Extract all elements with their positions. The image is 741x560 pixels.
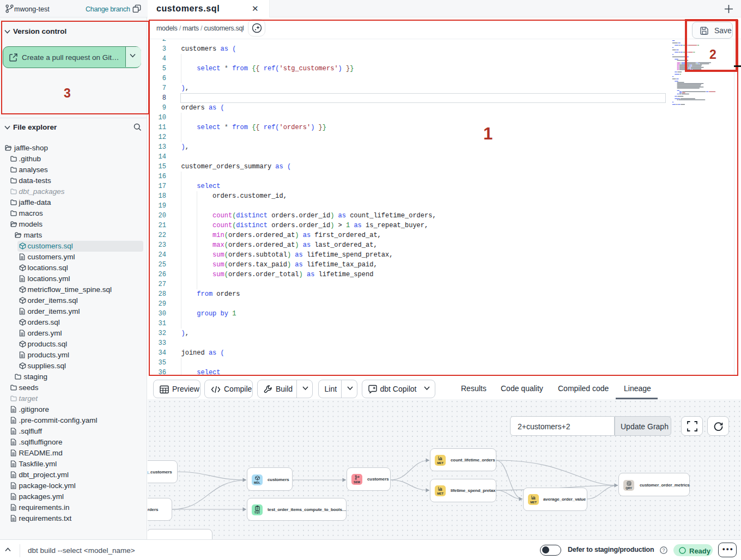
svg-text:?: ?	[662, 547, 665, 553]
